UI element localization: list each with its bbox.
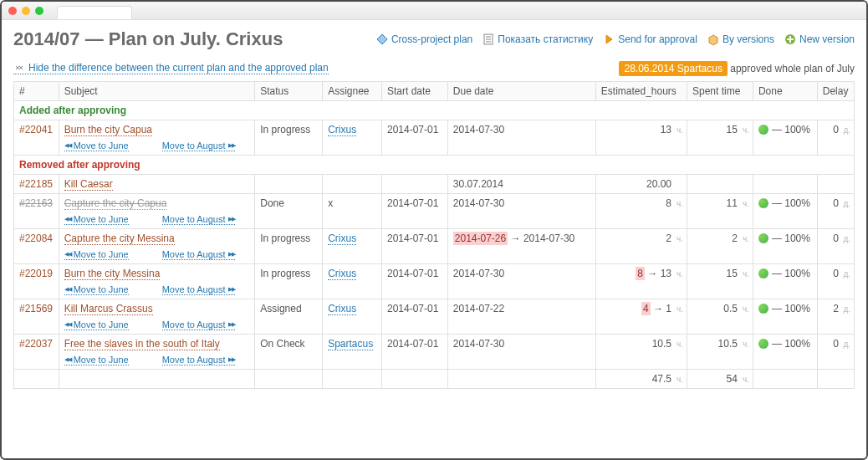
issue-id-link[interactable]: #21569 (19, 303, 53, 314)
done-text: — 100% (772, 124, 810, 135)
minimize-icon[interactable] (22, 7, 30, 15)
send-approval-link[interactable]: Send for approval (603, 33, 697, 45)
browser-tab[interactable] (57, 6, 132, 19)
issue-link[interactable]: Kill Caesar (64, 178, 113, 191)
col-est[interactable]: Estimated_hours (595, 82, 687, 101)
cell-id: #21569 (14, 299, 59, 335)
table-row: #21569 Kill Marcus Crassus Move to June … (14, 299, 855, 335)
cell-status: On Check (255, 335, 323, 370)
issue-link[interactable]: Kill Marcus Crassus (64, 303, 153, 315)
cell-assignee: Crixus (323, 229, 382, 264)
col-due[interactable]: Due date (447, 82, 595, 101)
table-row: #22163 Capture the city Capua Move to Ju… (14, 194, 855, 229)
header-row: # Subject Status Assignee Start date Due… (14, 82, 855, 101)
cell-id: #22041 (14, 120, 59, 156)
col-status[interactable]: Status (255, 82, 323, 101)
approval-stamp: 28.06.2014 Spartacus (619, 61, 727, 76)
move-prev-link[interactable]: Move to June (64, 141, 129, 151)
cell-id: #22163 (14, 194, 59, 229)
move-next-link[interactable]: Move to August (162, 355, 235, 365)
move-links: Move to June Move to August (64, 141, 250, 151)
issue-id-link[interactable]: #22037 (19, 338, 53, 350)
col-done[interactable]: Done (753, 82, 817, 101)
cell-subject: Free the slaves in the south of Italy Mo… (59, 335, 255, 370)
totals-row: 47.5ч. 54ч. (14, 370, 855, 389)
cell-est: 20.00 (595, 175, 687, 194)
cell-start (381, 175, 447, 194)
assignee-link[interactable]: Crixus (328, 124, 356, 136)
cell-start: 2014-07-01 (381, 120, 447, 156)
cell-spent: 2ч. (687, 229, 753, 264)
col-delay[interactable]: Delay (817, 82, 854, 101)
cell-est: 2ч. (595, 229, 687, 264)
issue-link[interactable]: Capture the city Capua (64, 197, 167, 210)
col-start[interactable]: Start date (381, 82, 447, 101)
cell-delay: 0д. (817, 120, 854, 156)
cell-spent: 11ч. (687, 194, 753, 229)
section-added: Added after approving (14, 101, 855, 120)
cell-est: 10.5ч. (595, 335, 687, 370)
col-subject[interactable]: Subject (59, 82, 255, 101)
done-text: — 100% (772, 268, 810, 279)
move-next-link[interactable]: Move to August (162, 214, 235, 225)
move-next-link[interactable]: Move to August (162, 249, 235, 260)
move-prev-link[interactable]: Move to June (64, 249, 129, 260)
table-row: #22084 Capture the city Messina Move to … (14, 229, 855, 264)
issue-link[interactable]: Burn the city Messina (64, 268, 161, 280)
assignee-link[interactable]: Crixus (328, 233, 356, 245)
cell-start: 2014-07-01 (381, 264, 447, 299)
move-next-link[interactable]: Move to August (162, 284, 235, 295)
cross-project-link[interactable]: Cross-project plan (376, 33, 472, 45)
col-spent[interactable]: Spent time (687, 82, 753, 101)
header-links: Cross-project plan Показать статистику S… (376, 33, 855, 45)
issue-id-link[interactable]: #22019 (19, 268, 53, 279)
close-icon[interactable] (8, 7, 17, 15)
issue-id-link[interactable]: #22163 (19, 197, 53, 209)
show-stats-link[interactable]: Показать статистику (483, 33, 593, 45)
move-links: Move to June Move to August (64, 355, 250, 365)
cell-done: — 100% (753, 335, 817, 370)
move-prev-link[interactable]: Move to June (64, 319, 129, 330)
link-label: Показать статистику (498, 33, 593, 45)
move-prev-link[interactable]: Move to June (64, 355, 129, 365)
assignee-link[interactable]: Crixus (328, 303, 356, 315)
approval-text: approved whole plan of July (730, 63, 855, 74)
move-next-link[interactable]: Move to August (162, 141, 235, 151)
cell-due: 2014-07-30 (447, 335, 595, 370)
maximize-icon[interactable] (35, 7, 43, 15)
issue-id-link[interactable]: #22084 (19, 233, 53, 244)
new-version-link[interactable]: New version (784, 33, 855, 45)
issue-id-link[interactable]: #22041 (19, 124, 53, 135)
cell-start: 2014-07-01 (381, 194, 447, 229)
cell-delay: 0д. (817, 335, 854, 370)
move-next-link[interactable]: Move to August (162, 319, 235, 330)
issue-id-link[interactable]: #22185 (19, 178, 53, 190)
section-label: Added after approving (14, 101, 855, 120)
hide-diff-link[interactable]: Hide the difference between the current … (13, 62, 329, 74)
cell-done (753, 175, 817, 194)
cell-subject: Burn the city Capua Move to June Move to… (59, 120, 255, 156)
issue-link[interactable]: Burn the city Capua (64, 124, 152, 136)
document-icon (483, 33, 494, 45)
cell-start: 2014-07-01 (381, 335, 447, 370)
cell-status: In progress (255, 229, 323, 264)
cell-subject: Capture the city Messina Move to June Mo… (59, 229, 255, 264)
assignee-link[interactable]: Spartacus (328, 338, 373, 350)
move-prev-link[interactable]: Move to June (64, 284, 129, 295)
assignee-link[interactable]: Crixus (328, 268, 356, 280)
cell-delay (817, 175, 854, 194)
col-assignee[interactable]: Assignee (323, 82, 382, 101)
table-row: #22041 Burn the city Capua Move to June … (14, 120, 855, 156)
cell-due: 30.07.2014 (447, 175, 595, 194)
issue-link[interactable]: Capture the city Messina (64, 233, 175, 245)
move-links: Move to June Move to August (64, 319, 250, 330)
cell-id: #22084 (14, 229, 59, 264)
link-label: Hide the difference between the current … (28, 62, 329, 74)
by-versions-link[interactable]: By versions (707, 33, 774, 45)
move-prev-link[interactable]: Move to June (64, 214, 129, 225)
diff-old: 4 (641, 302, 651, 315)
issue-link[interactable]: Free the slaves in the south of Italy (64, 338, 220, 350)
cell-spent: 0.5ч. (687, 299, 753, 335)
col-id[interactable]: # (14, 82, 59, 101)
cell-status: Done (255, 194, 323, 229)
